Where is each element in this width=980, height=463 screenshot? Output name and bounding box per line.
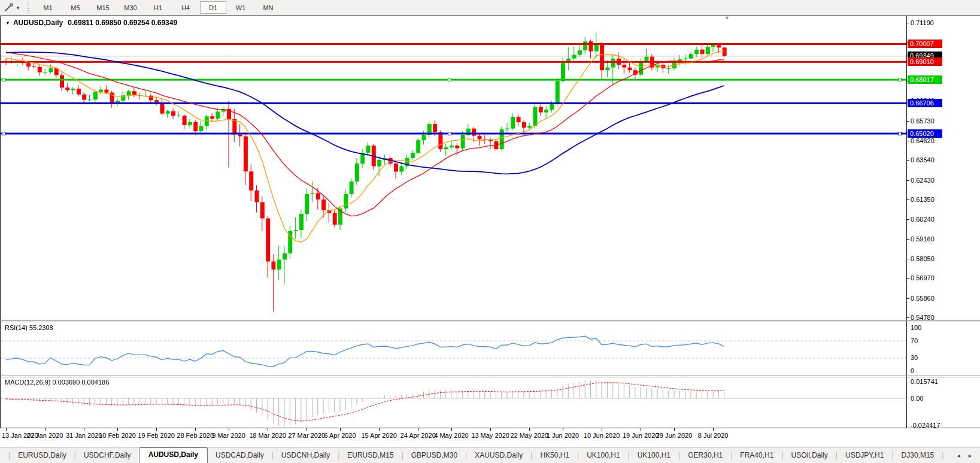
date-label: 29 Jun 2020 — [656, 432, 693, 439]
mt4-window: ▾ M1M5M15M30H1H4D1W1MN ▼AUDUSD,Daily0.69… — [0, 0, 980, 463]
price-level-badge: 0.66706 — [908, 99, 942, 107]
timeframe-button-mn[interactable]: MN — [255, 1, 281, 14]
price-tick-mark — [906, 141, 909, 141]
chart-shift-marker-icon[interactable]: ▼ — [724, 15, 730, 21]
chart-tab-usdchf[interactable]: USDCHF,Daily — [76, 449, 139, 463]
chart-tab-usdcad[interactable]: USDCAD,Daily — [208, 449, 272, 463]
date-tick-mark — [641, 428, 641, 431]
date-label: 1 Jun 2020 — [547, 432, 579, 439]
pencil-cursor-glyph — [4, 3, 13, 12]
chart-tab-usdjpy[interactable]: USDJPY,H1 — [838, 449, 891, 463]
chart-tab-audusd[interactable]: AUDUSD,Daily — [139, 447, 208, 463]
chart-tab-uk100[interactable]: UK100,H1 — [579, 449, 627, 463]
chart-tab-hk50[interactable]: HK50,H1 — [532, 449, 577, 463]
date-label: 10 Jun 2020 — [584, 432, 620, 439]
price-tick-mark — [906, 239, 909, 240]
tab-scroll-nav: ◄ ► — [956, 453, 975, 459]
price-tick-mark — [906, 121, 909, 122]
date-tick-mark — [156, 428, 157, 431]
date-tick-mark — [713, 428, 714, 431]
chart-tab-usoil[interactable]: USOil,Daily — [784, 449, 836, 463]
price-tick-label: 0.60240 — [911, 216, 935, 223]
price-tick-mark — [906, 23, 909, 23]
date-tick-mark — [674, 428, 675, 431]
timeframe-button-d1[interactable]: D1 — [200, 1, 226, 14]
timeframe-button-h4[interactable]: H4 — [172, 1, 199, 14]
toolbar-dropdown-caret-icon[interactable]: ▾ — [14, 5, 22, 11]
chart-tabs: |EURUSD,Daily|USDCHF,DailyAUDUSD,DailyUS… — [8, 447, 943, 463]
macd-axis-label: 0.00 — [911, 395, 923, 402]
timeframe-button-m5[interactable]: M5 — [62, 1, 89, 14]
timeframe-button-m30[interactable]: M30 — [117, 1, 144, 14]
line-studies-icon[interactable] — [2, 2, 14, 13]
date-tick-mark — [418, 428, 418, 431]
rsi-axis-label: 30 — [911, 354, 918, 361]
price-tick-label: 0.54780 — [911, 314, 935, 321]
date-label: 28 Feb 2020 — [177, 432, 214, 439]
price-tick-label: 0.58050 — [911, 255, 935, 262]
chart-title: AUDUSD,Daily — [13, 19, 63, 27]
chart-tab-fra40[interactable]: FRA40,H1 — [732, 449, 781, 463]
timeframe-button-h1[interactable]: H1 — [145, 1, 171, 14]
price-tick-mark — [906, 298, 909, 299]
price-level-badge: 0.70007 — [908, 40, 942, 48]
tab-divider: | — [942, 451, 943, 463]
chart-tab-uk100[interactable]: UK100,H1 — [630, 449, 678, 463]
tabs-scroll-right-icon[interactable]: ► — [967, 453, 975, 459]
price-axis-border — [906, 16, 907, 428]
tabs-scroll-left-icon[interactable]: ◄ — [956, 453, 964, 459]
panel-separator[interactable] — [0, 377, 980, 377]
chart-tab-xauusd[interactable]: XAUUSD,Daily — [467, 449, 530, 463]
panel-separator[interactable] — [0, 320, 980, 321]
date-label: 18 Mar 2020 — [249, 432, 286, 439]
date-label: 19 Feb 2020 — [138, 432, 175, 439]
chart-tab-usdcnh[interactable]: USDCNH,Daily — [274, 449, 338, 463]
chart-collapse-icon[interactable]: ▼ — [5, 20, 10, 26]
date-tick-mark — [602, 428, 602, 431]
date-tick-mark — [307, 428, 307, 431]
chart-tab-eurusd[interactable]: EURUSD,M15 — [339, 449, 401, 463]
date-tick-mark — [6, 428, 7, 431]
date-tick-mark — [490, 428, 491, 431]
timeframe-button-m1[interactable]: M1 — [35, 1, 61, 14]
date-tick-mark — [229, 428, 229, 431]
rsi-axis-label: 100 — [911, 324, 921, 331]
price-tick-mark — [906, 160, 909, 161]
date-tick-mark — [529, 428, 530, 431]
date-tick-mark — [451, 428, 452, 431]
date-label: 13 May 2020 — [471, 432, 509, 439]
date-tick-mark — [563, 428, 563, 431]
rsi-axis-label: 70 — [911, 337, 918, 344]
date-tick-mark — [84, 428, 84, 431]
panel-separator[interactable] — [0, 376, 980, 376]
panel-separator[interactable] — [0, 322, 980, 322]
chart-tab-gbpusd[interactable]: GBPUSD,M30 — [403, 449, 465, 463]
date-label: 6 Apr 2020 — [324, 432, 356, 439]
price-chart-canvas[interactable] — [0, 16, 906, 428]
chart-tab-ger30[interactable]: GER30,H1 — [680, 449, 730, 463]
price-tick-mark — [906, 199, 909, 200]
price-level-badge: 0.69010 — [908, 58, 942, 66]
timeframe-buttons: M1M5M15M30H1H4D1W1MN — [34, 1, 282, 14]
rsi-axis-label: 0 — [911, 367, 914, 374]
date-label: 10 Feb 2020 — [99, 432, 136, 439]
chart-border-top — [0, 16, 980, 16]
toolbar-grip[interactable] — [28, 3, 29, 13]
macd-axis-label: 0.015741 — [911, 378, 938, 385]
date-label: 31 Jan 2020 — [66, 432, 102, 439]
price-tick-mark — [906, 180, 909, 181]
date-tick-mark — [268, 428, 268, 431]
price-level-badge: 0.68017 — [908, 75, 942, 84]
rsi-label: RSI(14) 55.2308 — [5, 324, 53, 331]
date-tick-mark — [340, 428, 341, 431]
chart-tab-eurusd[interactable]: EURUSD,Daily — [10, 449, 74, 463]
price-tick-label: 0.55860 — [911, 295, 935, 302]
timeframe-button-m15[interactable]: M15 — [90, 1, 116, 14]
chart-ohlc-values: 0.69811 0.69850 0.69254 0.69349 — [68, 19, 177, 27]
chart-tab-bar: |EURUSD,Daily|USDCHF,DailyAUDUSD,DailyUS… — [0, 447, 980, 463]
chart-tab-dj30[interactable]: DJ30,M15 — [894, 449, 942, 463]
price-tick-mark — [906, 219, 909, 220]
macd-label: MACD(12,26,9) 0.003690 0.004186 — [5, 379, 109, 386]
date-label: 9 Mar 2020 — [212, 432, 245, 439]
timeframe-button-w1[interactable]: W1 — [227, 1, 254, 14]
